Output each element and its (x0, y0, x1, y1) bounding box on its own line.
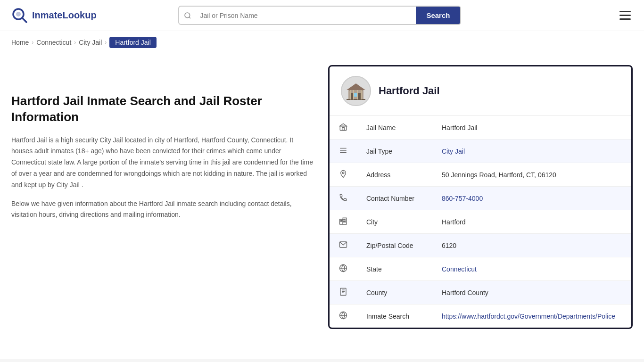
main-content: Hartford Jail Inmate Search and Jail Ros… (0, 54, 644, 340)
chevron-icon-3: › (105, 39, 107, 46)
page-footer (0, 359, 644, 362)
left-panel: Hartford Jail Inmate Search and Jail Ros… (11, 65, 313, 329)
table-row: Address50 Jennings Road, Hartford, CT, 0… (330, 163, 631, 187)
svg-rect-17 (340, 126, 347, 131)
svg-point-2 (16, 12, 21, 16)
svg-rect-13 (350, 90, 351, 99)
row-value: 6120 (432, 234, 631, 257)
row-value: 50 Jennings Road, Hartford, CT, 06120 (432, 163, 631, 187)
svg-rect-30 (345, 219, 346, 220)
svg-point-3 (185, 13, 190, 18)
table-row: Jail TypeCity Jail (330, 140, 631, 163)
chevron-icon-1: › (32, 39, 33, 46)
row-value[interactable]: City Jail (432, 140, 631, 163)
description-paragraph-1: Hartford Jail is a high security City Ja… (11, 135, 313, 191)
list-icon (330, 140, 357, 163)
svg-rect-31 (344, 221, 345, 222)
search-input[interactable] (196, 7, 416, 24)
hamburger-menu[interactable] (618, 9, 633, 22)
svg-rect-19 (342, 128, 345, 131)
hamburger-line-2 (619, 15, 631, 16)
row-value[interactable]: 860-757-4000 (432, 187, 631, 210)
breadcrumb-home[interactable]: Home (11, 39, 29, 46)
table-row: Contact Number860-757-4000 (330, 187, 631, 210)
row-label: Jail Type (357, 140, 432, 163)
row-label: Contact Number (357, 187, 432, 210)
row-label: Inmate Search (357, 304, 432, 328)
card-header: Hartford Jail (330, 66, 631, 116)
svg-rect-16 (361, 90, 362, 99)
hamburger-line-3 (619, 18, 631, 20)
table-row: CityHartford (330, 210, 631, 234)
row-label: Jail Name (357, 116, 432, 140)
breadcrumb: Home › Connecticut › City Jail › Hartfor… (0, 31, 644, 54)
row-value-link[interactable]: Connecticut (442, 265, 477, 273)
svg-rect-8 (358, 93, 361, 99)
description-paragraph-2: Below we have given information about th… (11, 198, 313, 221)
card-title: Hartford Jail (379, 85, 440, 97)
table-row: Jail NameHartford Jail (330, 116, 631, 140)
svg-rect-36 (340, 288, 346, 296)
svg-rect-27 (340, 221, 341, 222)
logo-icon (11, 7, 28, 24)
row-value: Hartford (432, 210, 631, 234)
table-row: CountyHartford County (330, 281, 631, 304)
table-row: Inmate Searchhttps://www.hartfordct.gov/… (330, 304, 631, 328)
svg-rect-29 (344, 219, 345, 220)
svg-rect-14 (353, 90, 354, 99)
row-value-link[interactable]: https://www.hartfordct.gov/Government/De… (442, 313, 615, 320)
phone-icon (330, 187, 357, 210)
location-icon (330, 163, 357, 187)
row-value[interactable]: Connecticut (432, 257, 631, 281)
page-heading: Hartford Jail Inmate Search and Jail Ros… (11, 93, 313, 125)
logo-link[interactable]: InmateLookup (11, 7, 97, 24)
row-value: Hartford Jail (432, 116, 631, 140)
svg-point-23 (342, 172, 344, 174)
info-card: Hartford Jail Jail NameHartford JailJail… (328, 65, 633, 329)
row-label: Zip/Postal Code (357, 234, 432, 257)
row-label: Address (357, 163, 432, 187)
breadcrumb-connecticut[interactable]: Connecticut (36, 39, 71, 46)
search-container: Search (178, 6, 461, 25)
svg-line-4 (190, 17, 191, 18)
row-value: Hartford County (432, 281, 631, 304)
svg-rect-28 (341, 221, 342, 222)
row-label: City (357, 210, 432, 234)
row-value[interactable]: https://www.hartfordct.gov/Government/De… (432, 304, 631, 328)
mail-icon (330, 234, 357, 257)
svg-marker-18 (340, 123, 347, 126)
row-label: County (357, 281, 432, 304)
info-table: Jail NameHartford JailJail TypeCity Jail… (330, 116, 631, 328)
row-value-link[interactable]: 860-757-4000 (442, 195, 483, 202)
row-value-link[interactable]: City Jail (442, 148, 465, 155)
row-label: State (357, 257, 432, 281)
svg-line-1 (22, 18, 26, 22)
header: InmateLookup Search (0, 0, 644, 31)
svg-rect-32 (345, 221, 346, 222)
table-row: Zip/Postal Code6120 (330, 234, 631, 257)
breadcrumb-city-jail[interactable]: City Jail (79, 39, 102, 46)
hamburger-line-1 (619, 11, 631, 12)
search-icon (179, 12, 196, 19)
jail-avatar (341, 76, 371, 106)
globe-icon (330, 257, 357, 281)
svg-rect-12 (347, 99, 365, 100)
search-globe-icon (330, 304, 357, 328)
table-row: StateConnecticut (330, 257, 631, 281)
logo-text: InmateLookup (32, 10, 97, 21)
building-icon (330, 116, 357, 140)
search-button[interactable]: Search (416, 7, 460, 24)
county-icon (330, 281, 357, 304)
svg-rect-15 (357, 90, 358, 99)
chevron-icon-2: › (74, 39, 76, 46)
breadcrumb-active: Hartford Jail (109, 37, 156, 48)
city-icon (330, 210, 357, 234)
svg-marker-6 (347, 83, 365, 90)
